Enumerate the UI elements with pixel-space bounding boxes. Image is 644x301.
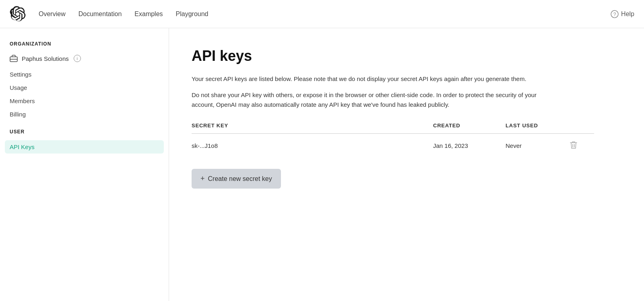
main-content: API keys Your secret API keys are listed… [169, 28, 644, 301]
key-actions [570, 134, 594, 158]
org-info-icon[interactable]: i [74, 55, 81, 62]
briefcase-icon [10, 55, 18, 62]
nav-links: Overview Documentation Examples Playgrou… [39, 10, 611, 18]
nav-documentation[interactable]: Documentation [78, 10, 122, 18]
col-secret-key: SECRET KEY [192, 122, 433, 134]
col-actions [570, 122, 594, 134]
logo-icon[interactable] [10, 6, 26, 22]
user-section-label: USER [10, 129, 159, 135]
description-2: Do not share your API key with others, o… [192, 90, 554, 110]
nav-overview[interactable]: Overview [39, 10, 66, 18]
help-circle-icon: ? [611, 10, 619, 18]
sidebar-item-members[interactable]: Members [10, 94, 159, 108]
col-last-used: LAST USED [506, 122, 570, 134]
col-created: CREATED [433, 122, 506, 134]
page-title: API keys [192, 48, 621, 64]
delete-key-button[interactable] [570, 141, 577, 149]
table-row: sk-...J1o8 Jan 16, 2023 Never [192, 134, 594, 158]
plus-icon: + [200, 174, 205, 183]
org-name-item[interactable]: Paphus Solutions i [10, 52, 159, 64]
main-layout: ORGANIZATION Paphus Solutions i Settings… [0, 28, 644, 301]
create-button-label: Create new secret key [208, 175, 272, 183]
svg-text:?: ? [613, 12, 616, 17]
sidebar-item-usage[interactable]: Usage [10, 81, 159, 94]
key-value: sk-...J1o8 [192, 134, 433, 158]
table-header-row: SECRET KEY CREATED LAST USED [192, 122, 594, 134]
sidebar-item-billing[interactable]: Billing [10, 108, 159, 121]
create-secret-key-button[interactable]: + Create new secret key [192, 169, 281, 189]
description-1: Your secret API keys are listed below. P… [192, 74, 554, 84]
org-name: Paphus Solutions [22, 55, 69, 62]
api-keys-table: SECRET KEY CREATED LAST USED sk-...J1o8 … [192, 122, 594, 158]
help-button[interactable]: ? Help [611, 10, 634, 18]
key-created: Jan 16, 2023 [433, 134, 506, 158]
user-section: USER API Keys [10, 129, 159, 154]
nav-playground[interactable]: Playground [176, 10, 208, 18]
org-section-label: ORGANIZATION [10, 41, 159, 47]
sidebar-item-api-keys[interactable]: API Keys [5, 140, 164, 154]
sidebar-item-settings[interactable]: Settings [10, 68, 159, 81]
nav-examples[interactable]: Examples [134, 10, 163, 18]
key-last-used: Never [506, 134, 570, 158]
top-nav: Overview Documentation Examples Playgrou… [0, 0, 644, 28]
sidebar: ORGANIZATION Paphus Solutions i Settings… [0, 28, 169, 301]
nav-right: ? Help [611, 10, 634, 18]
help-label: Help [621, 10, 634, 18]
